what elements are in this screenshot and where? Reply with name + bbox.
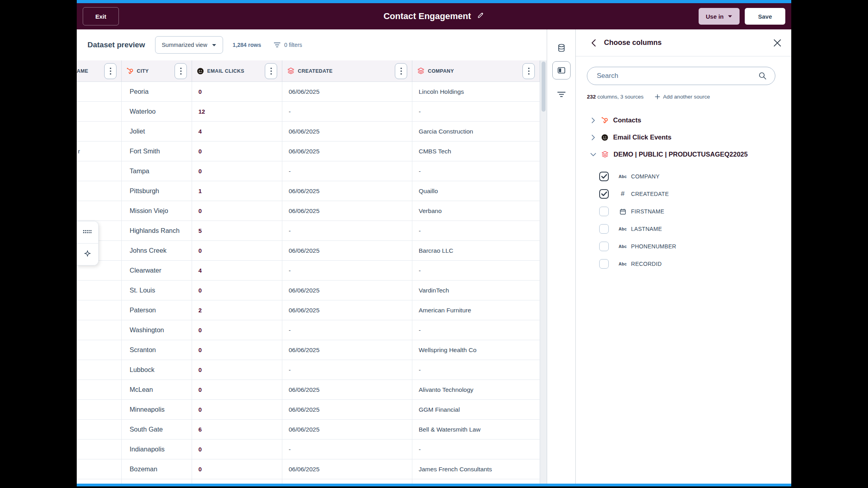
table-area: Dataset preview Summarized view 1,284 ro…	[77, 29, 547, 484]
source-label: DEMO | PUBLIC | PRODUCTUSAGEQ22025	[614, 151, 748, 158]
cell-company: -	[412, 261, 540, 280]
table-row: Lubbock0--	[77, 360, 547, 380]
cell-name	[77, 440, 122, 459]
close-button[interactable]	[771, 37, 783, 49]
cell-name	[77, 340, 122, 360]
cell-company: Garcia Construction	[412, 122, 540, 141]
main-area: Dataset preview Summarized view 1,284 ro…	[77, 29, 791, 484]
column-menu-button[interactable]	[522, 63, 535, 79]
chevron-left-icon	[591, 39, 596, 47]
cell-clicks: 0	[192, 320, 282, 340]
fields-list: AbcCOMPANY#CREATEDATEFIRSTNAMEAbcLASTNAM…	[587, 168, 775, 273]
table-row: Indianapolis0--	[77, 440, 547, 459]
column-menu-button[interactable]	[104, 63, 117, 79]
column-menu-button[interactable]	[395, 63, 407, 79]
stack-icon	[287, 67, 295, 75]
cell-createdate: -	[282, 102, 412, 121]
checkbox-firstname-unchecked[interactable]	[599, 207, 609, 216]
checkbox-createdate-checked[interactable]	[599, 189, 609, 199]
cell-name	[77, 161, 122, 181]
filter-icon[interactable]	[552, 85, 571, 103]
cell-company: VardinTech	[412, 281, 540, 300]
add-source-label: Add another source	[663, 94, 710, 100]
checkbox-recordid-unchecked[interactable]	[599, 259, 609, 269]
cell-createdate: 06/06/2025	[282, 340, 412, 360]
columns-summary: 232 columns, 3 sources Add another sourc…	[587, 94, 775, 100]
source-label: Email Click Events	[613, 134, 672, 141]
cell-company: Barcrao LLC	[412, 241, 540, 260]
floating-edge-toolbar	[77, 221, 99, 265]
cell-city: Highlands Ranch	[122, 221, 192, 240]
cell-city: Scranton	[122, 340, 192, 360]
text-type-icon: Abc	[616, 174, 629, 179]
filter-icon	[274, 43, 281, 48]
cell-city: Fort Smith	[122, 141, 192, 161]
cell-clicks: 6	[192, 420, 282, 439]
checkbox-lastname-unchecked[interactable]	[599, 224, 609, 234]
cell-company: Alivanto Technology	[412, 380, 540, 399]
column-header-createdate: CREATEDATE	[282, 60, 412, 81]
field-label: RECORDID	[631, 261, 662, 267]
table-row: South Gate606/06/2025Bell & Watersmith L…	[77, 420, 547, 440]
cell-city: Clearwater	[122, 261, 192, 280]
cell-createdate: 06/06/2025	[282, 420, 412, 439]
search-input[interactable]	[597, 72, 758, 80]
table-row: Bozeman006/06/2025James French Consultan…	[77, 459, 547, 479]
add-source-button[interactable]: Add another source	[655, 94, 710, 100]
column-menu-button[interactable]	[265, 63, 277, 79]
cell-company: Lincoln Holdings	[412, 82, 540, 101]
database-icon[interactable]	[552, 39, 571, 57]
cell-name	[77, 201, 122, 221]
source-item-contacts[interactable]: Contacts	[587, 112, 775, 129]
cell-clicks: 0	[192, 82, 282, 101]
search-box	[587, 67, 775, 85]
edit-title-icon[interactable]	[477, 11, 485, 21]
grid-body: Peoria006/06/2025Lincoln HoldingsWaterlo…	[77, 82, 547, 484]
sparkle-icon	[83, 250, 92, 259]
chevron-right-icon[interactable]	[590, 134, 596, 141]
cell-company: -	[412, 102, 540, 121]
table-row: Scranton006/06/2025Wellspring Health Co	[77, 340, 547, 360]
filters-indicator[interactable]: 0 filters	[274, 42, 302, 48]
search-icon[interactable]	[758, 72, 767, 80]
use-in-button[interactable]: Use in	[699, 8, 740, 25]
exit-button[interactable]: Exit	[83, 7, 119, 25]
sources-tree: Contacts Email Click Events DEMO | PUBLI…	[587, 112, 775, 163]
view-selector-dropdown[interactable]: Summarized view	[155, 36, 223, 54]
cell-clicks: 0	[192, 360, 282, 380]
cell-company: GGM Financial	[412, 400, 540, 419]
table-row-partial	[77, 479, 547, 484]
source-item-demo-public-productusageq22025[interactable]: DEMO | PUBLIC | PRODUCTUSAGEQ22025	[587, 146, 775, 163]
chevron-right-icon[interactable]	[590, 117, 596, 124]
panel-header: Choose columns	[576, 29, 791, 56]
columns-view-icon[interactable]	[552, 61, 571, 79]
cell-clicks: 4	[192, 261, 282, 280]
table-scrollbar-thumb[interactable]	[542, 62, 546, 112]
column-menu-button[interactable]	[175, 63, 187, 79]
column-header-city: CITY	[122, 60, 192, 81]
cell-createdate: 06/06/2025	[282, 141, 412, 161]
cell-company: James French Consultants	[412, 459, 540, 479]
ai-sparkle-button[interactable]	[77, 244, 98, 265]
filters-label: 0 filters	[284, 42, 302, 48]
cell-name	[77, 420, 122, 439]
save-button[interactable]: Save	[745, 8, 785, 25]
table-row: Clearwater4--	[77, 261, 547, 281]
cell-company: -	[412, 440, 540, 459]
source-label: Contacts	[613, 116, 641, 124]
cell-createdate: 06/06/2025	[282, 380, 412, 399]
back-button[interactable]	[589, 37, 598, 48]
cell-clicks: 0	[192, 440, 282, 459]
chevron-down-icon[interactable]	[590, 153, 596, 157]
drag-grid-button[interactable]	[77, 221, 98, 244]
field-row-firstname: FIRSTNAME	[587, 203, 775, 220]
hubspot-icon	[601, 117, 608, 124]
cell-name	[77, 122, 122, 141]
cell-createdate: -	[282, 261, 412, 280]
source-item-email-click-events[interactable]: Email Click Events	[587, 129, 775, 146]
cell-company: CMBS Tech	[412, 141, 540, 161]
checkbox-company-checked[interactable]	[599, 172, 609, 181]
checkbox-phonenumber-unchecked[interactable]	[599, 242, 609, 251]
table-row: St. Louis006/06/2025VardinTech	[77, 281, 547, 300]
cell-name	[77, 400, 122, 419]
